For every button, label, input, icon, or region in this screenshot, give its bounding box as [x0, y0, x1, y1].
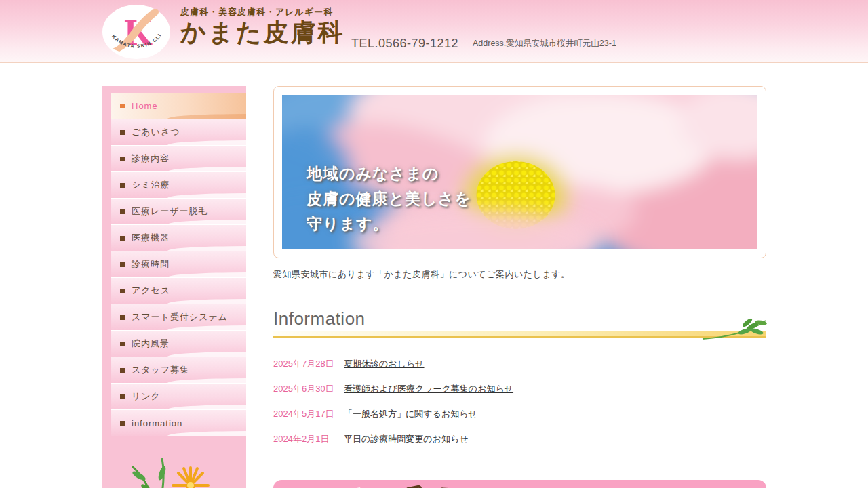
sidebar-item-equipment[interactable]: 医療機器 — [111, 225, 246, 251]
clinic-logo[interactable]: K KAMATA SKIN CLINIC — [102, 4, 171, 60]
sidebar-item-home[interactable]: Home — [111, 93, 246, 119]
hero-frame: 地域のみなさまの 皮膚の健康と美しさを 守ります。 — [273, 86, 766, 258]
sidebar-item-label: 医療レーザー脱毛 — [132, 205, 208, 218]
news-row: 2025年6月30日 看護師および医療クラーク募集のお知らせ — [273, 383, 766, 395]
main-content: 地域のみなさまの 皮膚の健康と美しさを 守ります。 愛知県安城市にあります「かま… — [273, 86, 766, 488]
news-date: 2025年7月28日 — [273, 358, 344, 370]
flower-icon — [123, 446, 238, 488]
news-link-summer-holiday[interactable]: 夏期休診のおしらせ — [344, 358, 425, 370]
sidebar-item-staff-recruiting[interactable]: スタッフ募集 — [111, 357, 246, 384]
sidebar-item-label: スタッフ募集 — [132, 364, 189, 376]
square-bullet-icon — [120, 183, 125, 188]
square-bullet-icon — [120, 209, 125, 214]
square-bullet-icon — [120, 130, 125, 135]
hero-line: 地域のみなさまの — [307, 161, 471, 186]
sidebar-item-spot-treatment[interactable]: シミ治療 — [111, 172, 246, 199]
news-date: 2024年2月1日 — [273, 433, 344, 445]
hero-caption: 地域のみなさまの 皮膚の健康と美しさを 守ります。 — [307, 161, 471, 237]
sidebar-item-label: ごあいさつ — [132, 126, 180, 138]
news-row: 2024年2月1日 平日の診療時間変更のお知らせ — [273, 433, 766, 445]
hero-image: 地域のみなさまの 皮膚の健康と美しさを 守ります。 — [282, 95, 757, 249]
news-list: 2025年7月28日 夏期休診のおしらせ 2025年6月30日 看護師および医療… — [273, 358, 766, 445]
sidebar-item-greeting[interactable]: ごあいさつ — [111, 119, 246, 146]
sidebar-menu: Home ごあいさつ 診療内容 シミ治療 医療レーザー脱毛 医療機器 — [111, 93, 246, 436]
sidebar-item-label: 診療内容 — [132, 152, 170, 165]
flower-illustration — [123, 446, 246, 488]
information-underline — [273, 331, 766, 338]
sidebar-item-services[interactable]: 診療内容 — [111, 146, 246, 172]
clinic-title: かまた皮膚科 — [180, 19, 345, 47]
header-inner: K KAMATA SKIN CLINIC 皮膚科・美容皮膚科・アレルギー科 かま… — [102, 0, 766, 62]
information-heading: Information — [273, 308, 766, 329]
phone-number: TEL.0566-79-1212 — [351, 37, 458, 51]
sidebar-item-label: リンク — [132, 390, 161, 403]
news-row: 2025年7月28日 夏期休診のおしらせ — [273, 358, 766, 370]
square-bullet-icon — [120, 394, 125, 399]
clinic-logo-icon: K KAMATA SKIN CLINIC — [102, 4, 171, 60]
clinic-address: Address.愛知県安城市桜井町元山23-1 — [473, 38, 616, 49]
hero-line: 守ります。 — [307, 211, 471, 237]
square-bullet-icon — [120, 262, 125, 267]
square-bullet-icon — [120, 289, 125, 293]
title-block: 皮膚科・美容皮膚科・アレルギー科 かまた皮膚科 — [180, 6, 345, 47]
square-bullet-icon — [120, 236, 125, 241]
square-bullet-icon — [120, 421, 125, 426]
sidebar-item-information[interactable]: information — [111, 410, 246, 436]
smart-reception-banner[interactable]: スマート受付システム ➜ スマート受付システムの詳細 — [273, 480, 766, 488]
news-link-recruiting[interactable]: 看護師および医療クラーク募集のお知らせ — [344, 383, 513, 395]
leaf-icon — [700, 317, 768, 341]
news-date: 2025年6月30日 — [273, 383, 344, 395]
news-row: 2024年5月17日 「一般名処方」に関するお知らせ — [273, 408, 766, 420]
sidebar-item-access[interactable]: アクセス — [111, 278, 246, 304]
sidebar-item-label: Home — [132, 101, 158, 111]
sidebar-nav: Home ごあいさつ 診療内容 シミ治療 医療レーザー脱毛 医療機器 — [102, 86, 246, 488]
sidebar-item-laser-hair-removal[interactable]: 医療レーザー脱毛 — [111, 199, 246, 225]
sidebar-item-label: アクセス — [132, 285, 170, 297]
sidebar-item-label: 診療時間 — [132, 258, 170, 270]
sidebar-item-links[interactable]: リンク — [111, 384, 246, 410]
news-link-generic-prescription[interactable]: 「一般名処方」に関するお知らせ — [344, 408, 477, 420]
sidebar-item-clinic-views[interactable]: 院内風景 — [111, 331, 246, 357]
hero-line: 皮膚の健康と美しさを — [307, 186, 471, 211]
sidebar-item-label: 院内風景 — [132, 338, 170, 350]
news-date: 2024年5月17日 — [273, 408, 344, 420]
clinic-subtitle: 皮膚科・美容皮膚科・アレルギー科 — [180, 6, 345, 18]
sidebar-item-label: information — [132, 418, 182, 428]
sidebar-item-label: シミ治療 — [132, 179, 170, 191]
sidebar-item-label: 医療機器 — [132, 232, 170, 244]
square-bullet-icon — [120, 315, 125, 320]
intro-text: 愛知県安城市にあります「かまた皮膚科」についてご案内いたします。 — [273, 268, 766, 281]
sidebar-item-smart-reception[interactable]: スマート受付システム — [111, 304, 246, 331]
page-body: Home ごあいさつ 診療内容 シミ治療 医療レーザー脱毛 医療機器 — [102, 63, 766, 488]
site-header: K KAMATA SKIN CLINIC 皮膚科・美容皮膚科・アレルギー科 かま… — [0, 0, 868, 63]
sidebar-item-hours[interactable]: 診療時間 — [111, 251, 246, 278]
square-bullet-icon — [120, 368, 125, 373]
sidebar-item-label: スマート受付システム — [132, 311, 228, 323]
square-bullet-icon — [120, 157, 125, 161]
news-text-hours-change: 平日の診療時間変更のお知らせ — [344, 433, 469, 445]
square-bullet-icon — [120, 342, 125, 346]
information-section: Information 2025年7月28日 夏期休診のおしらせ 2025 — [273, 308, 766, 445]
square-bullet-icon — [120, 104, 125, 108]
